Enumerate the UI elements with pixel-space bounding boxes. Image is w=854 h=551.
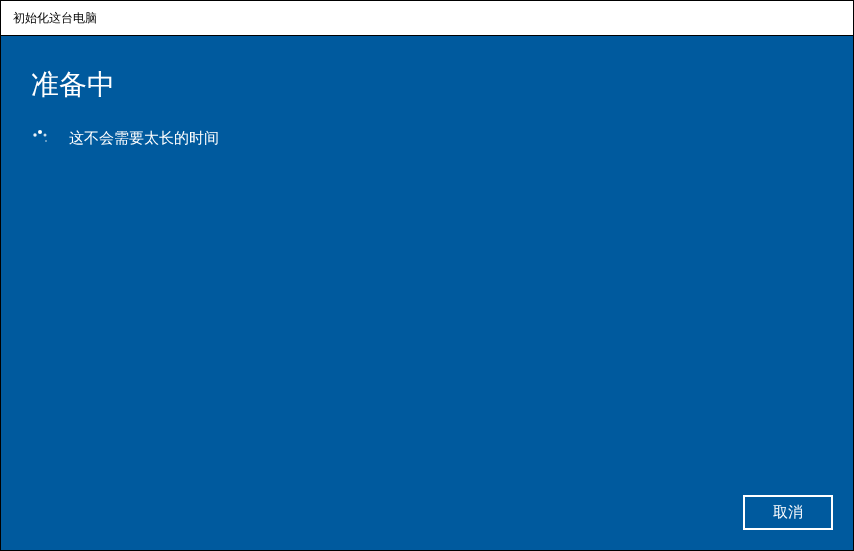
status-row: 这不会需要太长的时间: [31, 129, 823, 148]
spinner-icon: [31, 130, 49, 148]
page-heading: 准备中: [31, 66, 823, 104]
titlebar: 初始化这台电脑: [1, 1, 853, 36]
window-title: 初始化这台电脑: [13, 10, 97, 27]
status-text: 这不会需要太长的时间: [69, 129, 219, 148]
cancel-button[interactable]: 取消: [743, 495, 833, 530]
content-area: 准备中 这不会需要太长的时间 取消: [1, 36, 853, 550]
footer: 取消: [743, 495, 833, 530]
